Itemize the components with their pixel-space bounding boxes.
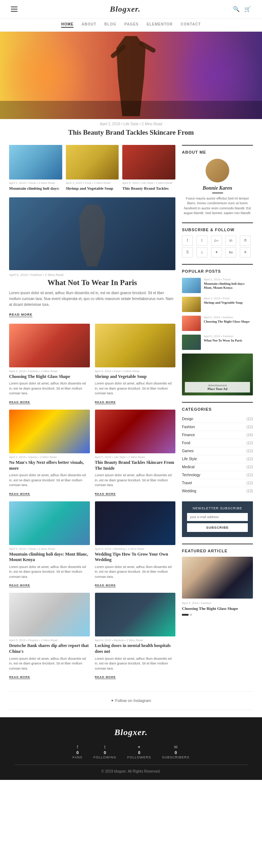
- social-linkedin[interactable]: in: [225, 236, 236, 246]
- footer-social-item-following[interactable]: t 0 FOLLOWING: [94, 745, 116, 759]
- post-desc: Lorem ipsum dolor sit amet, adhuc illum …: [95, 473, 176, 488]
- about-name: Bonnie Karen: [182, 185, 253, 191]
- popular-post-item: April 2, 2019 • Travel Mountain climbing…: [182, 278, 253, 293]
- list-item[interactable]: Food (12): [182, 439, 253, 447]
- popular-post-item: April 2, 2019 • Food Shrimp and Vegetabl…: [182, 297, 253, 312]
- list-item[interactable]: Fashion (12): [182, 423, 253, 431]
- read-more-link[interactable]: READ MORE: [95, 401, 116, 404]
- post-meta: April 2, 2019 • Travel • 2 Mins Read: [9, 181, 62, 185]
- popular-post-meta: April 2, 2019 • Travel: [204, 278, 253, 281]
- post-desc: Lorem ipsum dolor sit amet, adhuc illum …: [95, 381, 176, 396]
- footer: Blogxer. f 0 FANS t 0 FOLLOWING ✦ 0 FOLL…: [0, 717, 262, 780]
- popular-posts-title: POPULAR POSTS: [182, 269, 253, 273]
- social-facebook[interactable]: f: [182, 236, 193, 246]
- nav-home[interactable]: HOME: [61, 22, 74, 28]
- list-item: April 3, 2019 • Food • 2 Mins Read Shrim…: [66, 145, 119, 191]
- categories-section: CATEGORIES Design (12) Fashion (12) Fina…: [182, 402, 253, 495]
- post-meta: April 3, 2019 • Food • 2 Mins Read: [66, 181, 119, 185]
- social-googleplus[interactable]: G+: [211, 236, 222, 246]
- nav-pages[interactable]: PAGES: [124, 22, 139, 28]
- post-meta: April 5, 2019 • Life Style • 2 Mins Read: [122, 181, 175, 185]
- newsletter-email-input[interactable]: [187, 513, 248, 521]
- list-item[interactable]: Technology (12): [182, 471, 253, 479]
- social-behance[interactable]: Be: [225, 247, 236, 257]
- footer-social-item-followers[interactable]: ✦ 0 FOLLOWERS: [127, 745, 151, 759]
- main-container: April 2, 2019 • Travel • 2 Mins Read Mou…: [0, 145, 262, 686]
- instagram-follow[interactable]: ✦ Follow on Instagram: [9, 691, 253, 710]
- carousel-dot-inactive[interactable]: [190, 614, 192, 616]
- read-more-link[interactable]: READ MORE: [95, 584, 116, 587]
- site-logo: Blogxer.: [110, 4, 140, 14]
- post-desc: Lorem ipsum dolor sit amet, adhuc illum …: [95, 565, 176, 580]
- grid-2-posts: April 2, 2019 • Fashion • 2 Mins Read Ch…: [9, 324, 175, 679]
- list-item: April 8, 2019 • Wedding • 2 Mins Read We…: [95, 501, 176, 588]
- post-title: This Beauty Brand Tackles Skincare From …: [95, 460, 176, 471]
- list-item[interactable]: Life Style (12): [182, 455, 253, 463]
- header: Blogxer. 🔍 🛒: [0, 0, 262, 19]
- read-more-link[interactable]: READ MORE: [9, 584, 30, 587]
- list-item: April 2, 2019 • Games • 2 Mins Read No M…: [9, 410, 90, 496]
- post-desc: Lorem ipsum dolor sit amet, adhuc illum …: [95, 656, 176, 671]
- list-item[interactable]: Travel (12): [182, 479, 253, 487]
- popular-post-meta: April 2, 2019 • Fashion: [204, 316, 250, 319]
- category-list: Design (12) Fashion (12) Finance (14) Fo…: [182, 415, 253, 495]
- footer-social-row: f 0 FANS t 0 FOLLOWING ✦ 0 FOLLOWERS ✉ 0…: [15, 745, 247, 759]
- footer-social-item-fans[interactable]: f 0 FANS: [72, 745, 83, 759]
- post-title: Shrimp and Vegetable Soup: [95, 374, 176, 380]
- read-more-link[interactable]: READ MORE: [9, 675, 30, 679]
- read-more-link[interactable]: READ MORE: [9, 401, 30, 404]
- read-more-link[interactable]: READ MORE: [95, 675, 116, 679]
- featured-article-image: [182, 557, 253, 599]
- post-meta: April 5, 2019 • Life Style • 2 Mins Read: [95, 455, 176, 459]
- categories-title: CATEGORIES: [182, 407, 253, 411]
- list-item: April 5, 2019 • Travel • 2 Mins Read Mou…: [9, 501, 90, 588]
- nav-blog[interactable]: BLOG: [104, 22, 116, 28]
- social-music[interactable]: ♫: [196, 247, 207, 257]
- nav-about[interactable]: ABOUT: [82, 22, 96, 28]
- footer-social-item-subscribers[interactable]: ✉ 0 SUBSCRIBERS: [162, 745, 190, 759]
- carousel-dot-active[interactable]: [182, 614, 188, 616]
- post-title: Mountain climbing holi days: Mont Blanc,…: [9, 552, 90, 563]
- list-item[interactable]: Medical (12): [182, 463, 253, 471]
- featured-article-meta: April 5, 2019 • Fashion: [182, 601, 253, 605]
- list-item: April 8, 2019 • Medical • 2 Mins Read Lo…: [95, 593, 176, 679]
- cart-icon[interactable]: 🛒: [244, 6, 251, 12]
- popular-post-meta: April 5, 2019 • Fashion: [204, 335, 242, 338]
- header-icons: 🔍 🛒: [233, 6, 251, 12]
- hamburger-menu[interactable]: [11, 7, 17, 12]
- post-meta: April 8, 2019 • Wedding • 2 Mins Read: [95, 547, 176, 551]
- list-item[interactable]: Games (12): [182, 447, 253, 455]
- post-meta: April 5, 2019 • Travel • 2 Mins Read: [9, 547, 90, 551]
- avatar: [206, 159, 229, 182]
- popular-post-title: What Not To Wear In Paris: [204, 339, 242, 343]
- post-meta: April 2, 2019 • Fashion • 2 Mins Read: [9, 370, 90, 373]
- nav-contact[interactable]: CONTACT: [181, 22, 201, 28]
- list-item: April 2, 2019 • Fashion • 2 Mins Read Ch…: [9, 324, 90, 405]
- read-more-link[interactable]: READ MORE: [95, 492, 116, 496]
- carousel-dots: [182, 614, 253, 616]
- social-pinterest[interactable]: ®: [240, 236, 251, 246]
- read-more-link[interactable]: READ MORE: [9, 492, 30, 496]
- newsletter-subscribe-button[interactable]: SUBSCRIBE: [187, 523, 248, 532]
- list-item: April 5, 2019 • Finance • 2 Mins Read De…: [9, 593, 90, 679]
- social-email[interactable]: ✈: [240, 247, 251, 257]
- social-skype[interactable]: S: [182, 247, 193, 257]
- feature-title: What Not To Wear In Paris: [9, 278, 175, 287]
- social-star[interactable]: ✦: [211, 247, 222, 257]
- social-twitter[interactable]: t: [196, 236, 207, 246]
- post-title: Locking doors in mental health hospitals…: [95, 643, 176, 654]
- post-title: Wedding Tips How To Grow Your Own Weddin…: [95, 552, 176, 563]
- main-nav: HOME ABOUT BLOG PAGES ELEMENTOR CONTACT: [0, 19, 262, 32]
- hero-banner: [0, 32, 262, 119]
- list-item[interactable]: Wedding (13): [182, 487, 253, 495]
- list-item[interactable]: Finance (14): [182, 431, 253, 439]
- post-meta: April 2, 2019 • Games • 2 Mins Read: [9, 455, 90, 459]
- post-meta: April 8, 2019 • Medical • 2 Mins Read: [95, 639, 176, 642]
- newsletter-section: NEWSLETTER SUBSCRIBE SUBSCRIBE: [182, 501, 253, 537]
- search-icon[interactable]: 🔍: [233, 6, 240, 12]
- read-more-link[interactable]: READ MORE: [9, 313, 32, 317]
- about-title: ABOUT ME: [182, 150, 253, 154]
- list-item[interactable]: Design (12): [182, 415, 253, 423]
- list-item: April 5, 2019 • Life Style • 2 Mins Read…: [95, 410, 176, 496]
- nav-elementor[interactable]: ELEMENTOR: [147, 22, 173, 28]
